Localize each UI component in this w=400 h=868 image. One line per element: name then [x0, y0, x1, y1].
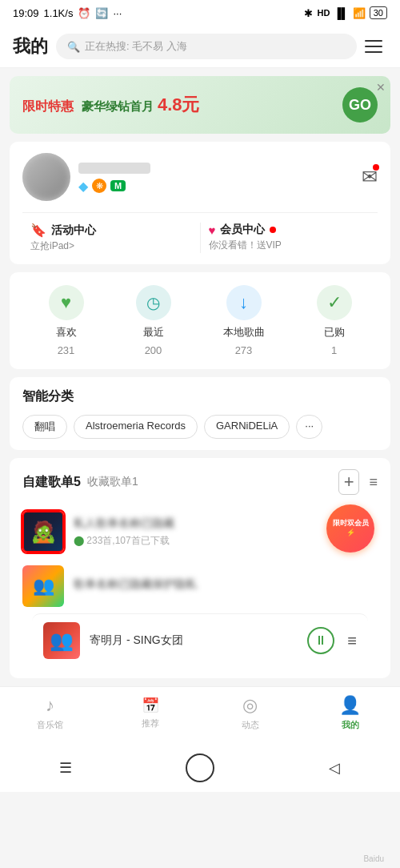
avatar[interactable] [22, 153, 70, 201]
playlist-thumb-1: 🧟 [22, 511, 64, 553]
signal-bars-icon: ▐▌ [334, 7, 348, 19]
recent-count: 200 [145, 344, 162, 356]
heart-icon: ♥ [209, 223, 216, 237]
page-title: 我的 [13, 34, 48, 58]
now-playing-bar: 👥 寄明月 - SING女团 ⏸ ≡ [32, 613, 368, 667]
banner-content: 限时特惠 豪华绿钻首月 4.8元 [22, 93, 200, 117]
status-sync-icon: 🔄 [95, 7, 108, 19]
playlist-header-right: + ≡ [338, 469, 378, 495]
sys-menu-button[interactable]: ☰ [54, 756, 78, 780]
stats-row: ♥ 喜欢 231 ◷ 最近 200 ↓ 本地歌曲 273 ✓ 已购 1 [22, 285, 378, 356]
local-count: 273 [235, 344, 253, 356]
tag-more-button[interactable]: ··· [296, 415, 322, 439]
stats-section: ♥ 喜欢 231 ◷ 最近 200 ↓ 本地歌曲 273 ✓ 已购 1 [10, 272, 390, 369]
recommend-icon: 📅 [142, 697, 159, 714]
bookmark-icon: 🔖 [30, 223, 46, 238]
member-notification-dot [270, 227, 276, 233]
lightning-icon: ⚡ [346, 528, 355, 538]
profile-badges: ◆ ❋ M [78, 179, 150, 194]
member-sublabel: 你没看错！送VIP [209, 239, 282, 252]
stat-likes[interactable]: ♥ 喜欢 231 [49, 285, 84, 356]
dynamic-label: 动态 [242, 719, 259, 731]
profile-info: ◆ ❋ M [78, 161, 150, 194]
vip-badge: M [110, 180, 126, 191]
mail-notification-dot [373, 164, 379, 171]
activity-center-button[interactable]: 🔖 活动中心 立抢iPad> [22, 223, 201, 253]
nav-mine[interactable]: 👤 我的 [322, 695, 378, 731]
activity-sublabel: 立抢iPad> [30, 239, 74, 253]
tags-row: 翻唱 Alstroemeria Records GARNiDELiA ··· [22, 415, 378, 439]
promo-badge-1: 限时双会员 ⚡ [326, 504, 378, 556]
stat-local[interactable]: ↓ 本地歌曲 273 [223, 285, 265, 356]
bottom-nav: ♪ 音乐馆 📅 推荐 ◎ 动态 👤 我的 [0, 686, 400, 744]
banner-cta-button[interactable]: GO [342, 87, 378, 123]
playlist-meta-green-1: ⬤ [74, 535, 84, 546]
promo-banner: 限时特惠 豪华绿钻首月 4.8元 GO ✕ [10, 76, 390, 134]
mine-label: 我的 [342, 719, 359, 731]
likes-label: 喜欢 [56, 325, 77, 340]
playlist-info-2: 歌单名称已隐藏保护隐私 [74, 577, 378, 595]
search-bar[interactable]: 🔍 正在热搜: 毛不易 入海 [56, 34, 357, 59]
recent-label: 最近 [143, 325, 164, 340]
smart-category-title: 智能分类 [22, 388, 378, 405]
banner-label: 限时特惠 [22, 99, 74, 113]
mine-icon: 👤 [339, 695, 361, 716]
purchased-count: 1 [331, 344, 337, 356]
tag-fantan[interactable]: 翻唱 [22, 415, 67, 439]
dynamic-icon: ◎ [242, 695, 258, 716]
nav-recommend[interactable]: 📅 推荐 [122, 697, 178, 729]
playlist-item-2[interactable]: 👥 歌单名称已隐藏保护隐私 [22, 559, 378, 613]
np-thumbnail: 👥 [43, 622, 80, 659]
status-time: 19:09 [13, 7, 39, 19]
playlist-item-1[interactable]: 🧟 私人歌单名称已隐藏 ⬤ 233首,107首已下载 限时双会员 ⚡ [22, 504, 378, 559]
add-playlist-button[interactable]: + [338, 469, 360, 495]
playlist-header: 自建歌单5 收藏歌单1 + ≡ [22, 469, 378, 495]
status-bar: 19:09 1.1K/s ⏰ 🔄 ··· ✱ HD ▐▌ 📶 30 [0, 0, 400, 26]
stat-recent[interactable]: ◷ 最近 200 [136, 285, 171, 356]
playlist-self-title: 自建歌单5 [22, 474, 81, 491]
action-row: 🔖 活动中心 立抢iPad> ♥ 会员中心 你没看错！送VIP [22, 212, 378, 253]
np-thumb-icon: 👥 [50, 629, 74, 652]
header: 我的 🔍 正在热搜: 毛不易 入海 [0, 26, 400, 68]
banner-text: 豪华绿钻首月 [82, 99, 154, 113]
local-icon: ↓ [226, 285, 262, 320]
orange-badge-icon: ❋ [92, 179, 106, 193]
banner-price: 4.8元 [158, 94, 200, 115]
menu-button[interactable] [365, 35, 387, 58]
member-label: ♥ 会员中心 [209, 223, 277, 237]
bluetooth-icon: ✱ [304, 7, 313, 19]
playlist-header-left: 自建歌单5 收藏歌单1 [22, 474, 138, 491]
stat-purchased[interactable]: ✓ 已购 1 [317, 285, 352, 356]
pause-button[interactable]: ⏸ [307, 627, 334, 654]
nav-music-hall[interactable]: ♪ 音乐馆 [22, 695, 78, 731]
status-dots: ··· [113, 7, 122, 19]
mail-button[interactable]: ✉ [362, 166, 378, 188]
np-controls: ⏸ ≡ [307, 627, 357, 654]
tag-alstroemeria[interactable]: Alstroemeria Records [74, 415, 198, 439]
search-placeholder-text: 正在热搜: 毛不易 入海 [85, 39, 187, 54]
banner-close-button[interactable]: ✕ [376, 81, 386, 94]
purchased-label: 已购 [324, 325, 345, 340]
likes-count: 231 [58, 344, 75, 356]
recommend-label: 推荐 [142, 717, 159, 729]
watermark: Baidu [363, 854, 384, 863]
tag-garnidelia[interactable]: GARNiDELiA [204, 415, 290, 439]
activity-label: 🔖 活动中心 [30, 223, 96, 238]
profile-row: ◆ ❋ M ✉ [22, 153, 378, 201]
playlist-list-button[interactable]: ≡ [369, 469, 378, 495]
playlist-collected-label: 收藏歌单1 [87, 475, 138, 489]
status-alarm-icon: ⏰ [78, 7, 90, 19]
profile-section: ◆ ❋ M ✉ 🔖 活动中心 立抢iPad> ♥ 会员中心 你没 [10, 142, 390, 264]
sys-home-button[interactable] [186, 753, 214, 782]
signal-hd-icon: HD [317, 8, 330, 18]
sys-back-button[interactable]: ◁ [322, 756, 346, 780]
playlist-toggle-button[interactable]: ≡ [347, 632, 357, 650]
smart-category-section: 智能分类 翻唱 Alstroemeria Records GARNiDELiA … [10, 377, 390, 450]
profile-left: ◆ ❋ M [22, 153, 150, 201]
nav-dynamic[interactable]: ◎ 动态 [222, 695, 278, 731]
sys-nav: ☰ ◁ Baidu [0, 744, 400, 792]
status-left: 19:09 1.1K/s ⏰ 🔄 ··· [13, 7, 122, 19]
local-label: 本地歌曲 [223, 325, 265, 340]
member-center-button[interactable]: ♥ 会员中心 你没看错！送VIP [201, 223, 378, 253]
music-hall-label: 音乐馆 [37, 719, 63, 731]
